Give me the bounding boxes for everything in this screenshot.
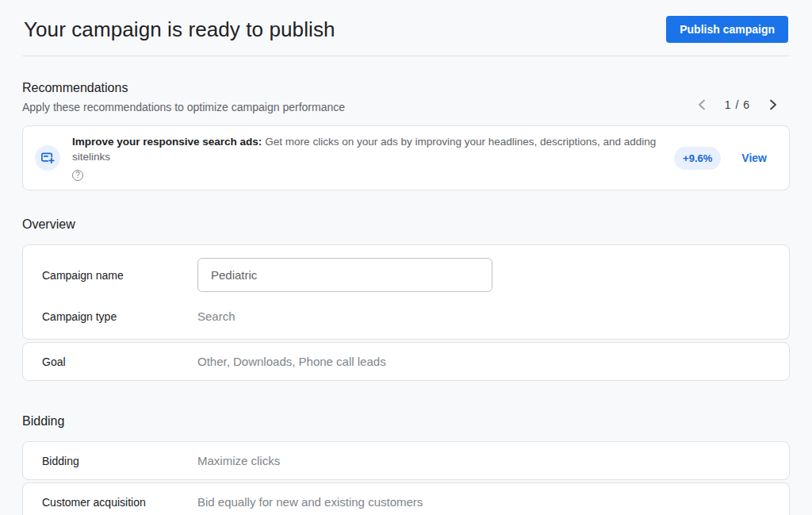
overview-card-goal: Goal Other, Downloads, Phone call leads <box>22 342 790 381</box>
overview-section: Overview Campaign name Campaign type Sea… <box>22 217 790 381</box>
customer-acquisition-value: Bid equally for new and existing custome… <box>197 495 423 509</box>
recommendation-card: Improve your responsive search ads:Get m… <box>22 125 790 190</box>
uplift-badge: +9.6% <box>674 147 721 170</box>
view-link[interactable]: View <box>741 152 767 164</box>
overview-cards: Campaign name Campaign type Search Goal … <box>22 244 790 381</box>
bidding-card: Bidding Maximize clicks <box>22 441 790 480</box>
overview-title: Overview <box>22 217 790 232</box>
customer-acquisition-card: Customer acquisition Bid equally for new… <box>22 482 790 515</box>
goal-value: Other, Downloads, Phone call leads <box>197 355 386 368</box>
recommendations-subtitle: Apply these recommendations to optimize … <box>22 101 345 113</box>
publish-campaign-button[interactable]: Publish campaign <box>666 16 788 43</box>
pager-count: 1 / 6 <box>725 98 750 111</box>
recommendations-titles: Recommendations Apply these recommendati… <box>22 81 345 113</box>
header-divider <box>22 56 790 56</box>
page-header: Your campaign is ready to publish Publis… <box>22 0 790 56</box>
goal-label: Goal <box>42 356 197 368</box>
campaign-name-label: Campaign name <box>42 269 197 282</box>
bidding-cards: Bidding Maximize clicks Customer acquisi… <box>22 441 790 515</box>
recommendation-text: Improve your responsive search ads:Get m… <box>72 134 665 182</box>
bidding-value: Maximize clicks <box>197 454 280 467</box>
customer-acquisition-label: Customer acquisition <box>42 496 197 509</box>
campaign-type-label: Campaign type <box>42 310 197 323</box>
recommendations-title: Recommendations <box>22 81 345 95</box>
campaign-name-row: Campaign name <box>23 245 789 302</box>
bidding-row: Bidding Maximize clicks <box>23 442 789 479</box>
campaign-type-value: Search <box>197 309 236 323</box>
customer-acquisition-row: Customer acquisition Bid equally for new… <box>23 483 789 515</box>
bidding-title: Bidding <box>22 414 790 429</box>
recommendation-title: Improve your responsive search ads: <box>72 136 262 148</box>
responsive-search-ad-plus-icon <box>35 145 60 171</box>
campaign-name-input[interactable] <box>197 258 492 292</box>
help-icon[interactable]: ? <box>72 170 83 181</box>
recommendations-header: Recommendations Apply these recommendati… <box>22 81 790 113</box>
recommendations-pager: 1 / 6 <box>695 97 790 113</box>
goal-row: Goal Other, Downloads, Phone call leads <box>23 343 789 380</box>
page-title: Your campaign is ready to publish <box>24 17 335 42</box>
campaign-type-row: Campaign type Search <box>23 302 789 339</box>
bidding-section: Bidding Bidding Maximize clicks Customer… <box>22 414 790 515</box>
overview-card-main: Campaign name Campaign type Search <box>22 244 790 340</box>
campaign-review-page: Your campaign is ready to publish Publis… <box>0 0 812 515</box>
chevron-left-icon[interactable] <box>695 97 710 113</box>
recommendations-section: Recommendations Apply these recommendati… <box>22 81 790 190</box>
help-row: ? <box>72 167 665 182</box>
bidding-label: Bidding <box>42 455 197 467</box>
chevron-right-icon[interactable] <box>764 97 780 113</box>
